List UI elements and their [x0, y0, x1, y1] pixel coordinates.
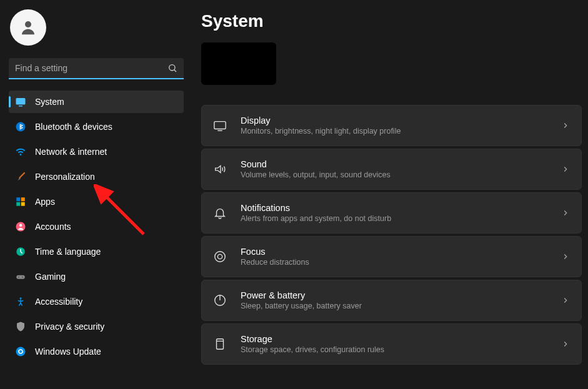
card-subtitle: Volume levels, output, input, sound devi… [241, 170, 561, 179]
device-preview[interactable] [201, 42, 276, 85]
nav-list: System Bluetooth & devices Network & int… [9, 91, 184, 363]
sidebar-item-label: Accounts [35, 222, 71, 232]
card-subtitle: Storage space, drives, configuration rul… [241, 345, 561, 354]
avatar [10, 9, 46, 46]
card-subtitle: Reduce distractions [241, 258, 561, 267]
sidebar-item-label: Network & internet [35, 147, 107, 157]
svg-point-20 [215, 252, 226, 262]
card-text: Sound Volume levels, output, input, soun… [241, 159, 561, 179]
svg-rect-4 [19, 106, 22, 107]
card-title: Focus [241, 247, 561, 257]
search-input[interactable] [9, 58, 184, 79]
settings-cards: Display Monitors, brightness, night ligh… [201, 105, 582, 365]
svg-point-21 [217, 254, 222, 259]
sidebar-item-gaming[interactable]: Gaming [9, 265, 184, 288]
shield-icon [15, 321, 26, 332]
accessibility-icon [15, 296, 26, 307]
svg-rect-24 [217, 339, 224, 350]
card-sound[interactable]: Sound Volume levels, output, input, soun… [201, 149, 582, 190]
sidebar-item-apps[interactable]: Apps [9, 190, 184, 213]
sidebar-item-label: Windows Update [35, 347, 101, 357]
card-focus[interactable]: Focus Reduce distractions [201, 236, 582, 277]
sidebar-item-privacy[interactable]: Privacy & security [9, 315, 184, 338]
svg-point-0 [25, 21, 31, 27]
chevron-right-icon [561, 340, 570, 348]
chevron-right-icon [561, 296, 570, 305]
gamepad-icon [15, 271, 26, 282]
sidebar-item-label: Bluetooth & devices [35, 122, 112, 132]
card-notifications[interactable]: Notifications Alerts from apps and syste… [201, 192, 582, 234]
sidebar-item-label: System [35, 97, 64, 107]
sidebar-item-label: Gaming [35, 272, 66, 282]
focus-icon [213, 250, 227, 263]
bell-icon [213, 206, 227, 220]
svg-point-14 [18, 277, 19, 278]
card-display[interactable]: Display Monitors, brightness, night ligh… [201, 105, 582, 146]
svg-rect-18 [214, 122, 226, 129]
storage-icon [213, 337, 227, 351]
sidebar-item-label: Accessibility [35, 297, 82, 307]
sidebar-item-label: Apps [35, 197, 55, 207]
svg-point-16 [20, 297, 22, 299]
svg-line-2 [174, 70, 176, 72]
sidebar-item-bluetooth[interactable]: Bluetooth & devices [9, 116, 184, 138]
card-subtitle: Alerts from apps and system, do not dist… [241, 214, 561, 223]
sidebar-item-label: Privacy & security [35, 322, 104, 332]
update-icon [15, 346, 26, 357]
page-title: System [201, 11, 582, 31]
card-text: Focus Reduce distractions [241, 247, 561, 267]
card-title: Sound [241, 159, 561, 169]
card-title: Notifications [241, 203, 561, 213]
sidebar-item-system[interactable]: System [9, 91, 184, 113]
chevron-right-icon [561, 209, 570, 217]
sidebar-item-label: Personalization [35, 172, 95, 182]
user-account-row[interactable] [9, 9, 184, 46]
sidebar-item-accessibility[interactable]: Accessibility [9, 290, 184, 313]
card-title: Display [241, 116, 561, 126]
sidebar-item-personalization[interactable]: Personalization [9, 165, 184, 188]
person-circle-icon [15, 221, 26, 232]
chevron-right-icon [561, 252, 570, 261]
search-wrap [9, 58, 184, 79]
card-text: Power & battery Sleep, battery usage, ba… [241, 290, 561, 310]
svg-rect-13 [16, 275, 25, 279]
svg-point-1 [169, 65, 175, 71]
card-title: Power & battery [241, 290, 561, 300]
card-title: Storage [241, 334, 561, 344]
clock-icon [15, 246, 26, 257]
sidebar-item-network[interactable]: Network & internet [9, 140, 184, 163]
sidebar-item-label: Time & language [35, 247, 101, 257]
svg-point-15 [22, 277, 23, 278]
apps-icon [15, 196, 26, 207]
svg-rect-3 [16, 98, 26, 105]
svg-rect-8 [16, 202, 20, 206]
search-icon [167, 63, 177, 73]
power-icon [213, 293, 227, 307]
sidebar: System Bluetooth & devices Network & int… [0, 0, 192, 389]
chevron-right-icon [561, 121, 570, 130]
paintbrush-icon [15, 171, 26, 182]
card-subtitle: Monitors, brightness, night light, displ… [241, 127, 561, 135]
sidebar-item-update[interactable]: Windows Update [9, 340, 184, 363]
sound-icon [213, 162, 227, 176]
card-text: Notifications Alerts from apps and syste… [241, 203, 561, 223]
monitor-icon [213, 119, 227, 132]
card-text: Display Monitors, brightness, night ligh… [241, 116, 561, 135]
bluetooth-icon [15, 121, 26, 132]
chevron-right-icon [561, 165, 570, 174]
svg-rect-9 [21, 202, 25, 206]
svg-rect-6 [16, 197, 20, 201]
svg-point-11 [19, 224, 22, 227]
svg-point-17 [16, 347, 26, 357]
sidebar-item-time-language[interactable]: Time & language [9, 240, 184, 263]
card-text: Storage Storage space, drives, configura… [241, 334, 561, 354]
sidebar-item-accounts[interactable]: Accounts [9, 215, 184, 238]
person-icon [19, 18, 37, 37]
card-subtitle: Sleep, battery usage, battery saver [241, 302, 561, 310]
card-storage[interactable]: Storage Storage space, drives, configura… [201, 323, 582, 365]
svg-rect-7 [21, 197, 25, 201]
main-content: System Display Monitors, brightness, nig… [192, 0, 588, 389]
wifi-icon [15, 146, 26, 157]
card-power[interactable]: Power & battery Sleep, battery usage, ba… [201, 280, 582, 321]
display-icon [15, 96, 26, 107]
